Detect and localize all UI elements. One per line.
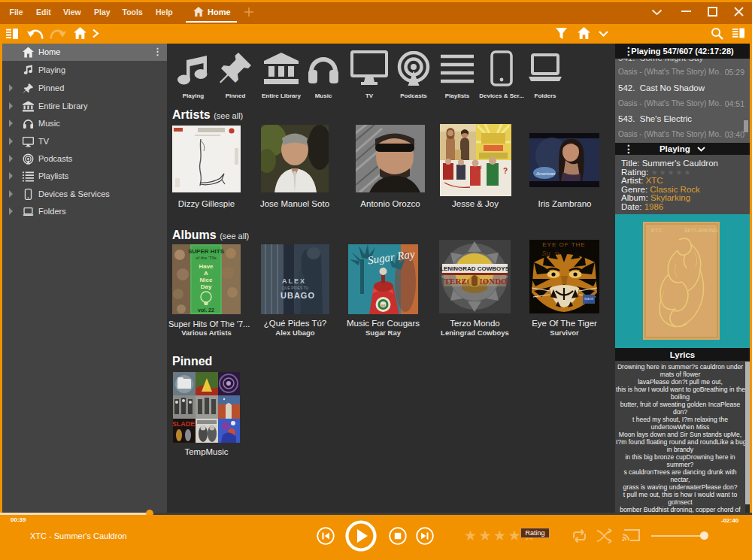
svg-text:XTC: XTC bbox=[650, 227, 663, 234]
svg-text:American: American bbox=[535, 171, 556, 176]
svg-text:ALEX: ALEX bbox=[282, 277, 306, 285]
svg-text:SUPER HITS: SUPER HITS bbox=[188, 248, 225, 255]
svg-text:Nice: Nice bbox=[200, 277, 213, 283]
svg-text:SKYLARKING: SKYLARKING bbox=[684, 228, 718, 233]
svg-text:LENINGRAD COWBOYS: LENINGRAD COWBOYS bbox=[440, 265, 510, 272]
svg-text:?: ? bbox=[503, 167, 508, 175]
svg-text:A: A bbox=[204, 270, 208, 277]
svg-text:EYE OF THE: EYE OF THE bbox=[542, 241, 585, 248]
svg-text:IMAGE: IMAGE bbox=[584, 297, 594, 301]
svg-text:Day: Day bbox=[201, 283, 212, 290]
svg-text:QUE PIDES TU: QUE PIDES TU bbox=[282, 286, 309, 290]
svg-text:of the '70s: of the '70s bbox=[196, 256, 217, 260]
svg-text:el: el bbox=[478, 165, 482, 170]
svg-text:vol. 22: vol. 22 bbox=[198, 307, 214, 313]
svg-text:UBAGO: UBAGO bbox=[280, 291, 315, 300]
svg-text:SR: SR bbox=[381, 304, 386, 307]
svg-text:Have: Have bbox=[199, 263, 214, 270]
svg-text:SLADE: SLADE bbox=[173, 420, 195, 428]
